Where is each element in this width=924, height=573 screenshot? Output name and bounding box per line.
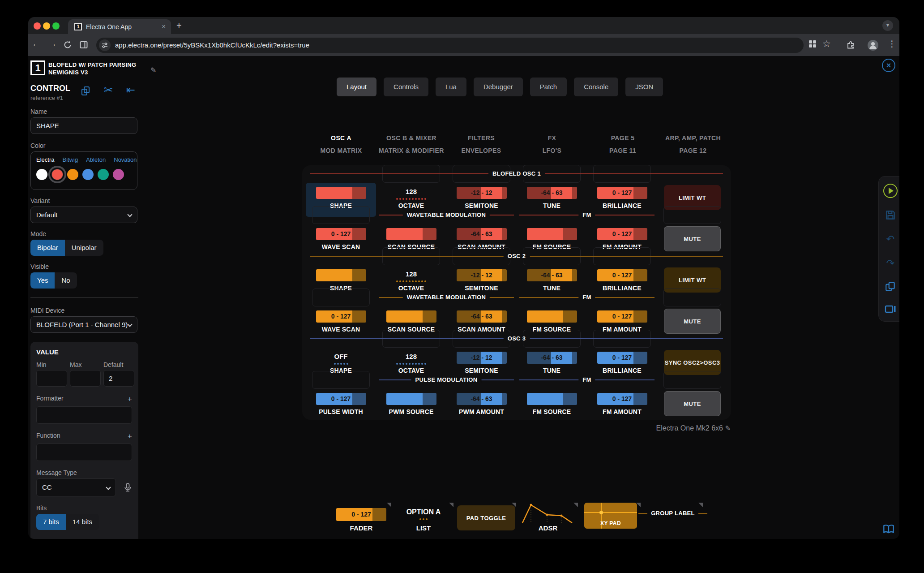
page-tab-matrix-modifier[interactable]: MATRIX & MODIFIER: [379, 147, 444, 154]
fader-bar[interactable]: 0 - 127: [597, 310, 647, 323]
nav-tab-patch[interactable]: Patch: [530, 78, 567, 96]
tab-search-button[interactable]: ▾: [882, 20, 893, 31]
control-brilliance[interactable]: 0 - 127BRILLIANCE: [587, 187, 657, 215]
max-input[interactable]: [70, 370, 101, 387]
edit-device-icon[interactable]: ✎: [725, 424, 731, 432]
mode-option-bipolar[interactable]: Bipolar: [30, 240, 65, 256]
docs-button[interactable]: [882, 524, 895, 536]
fader-bar[interactable]: -12 - 12: [457, 187, 507, 199]
extensions-icon[interactable]: [846, 39, 856, 49]
site-settings-icon[interactable]: [99, 39, 111, 51]
color-tab-ableton[interactable]: Ableton: [86, 156, 106, 163]
fader-bar[interactable]: [316, 187, 366, 199]
color-tab-novation[interactable]: Novation: [114, 156, 137, 163]
run-preset-button[interactable]: [882, 183, 898, 199]
palette-list[interactable]: OPTION ALIST: [394, 504, 453, 532]
fader-bar[interactable]: [386, 310, 436, 323]
page-tab-arp-amp-patch[interactable]: ARP, AMP, PATCH: [665, 134, 721, 142]
minimize-window-button[interactable]: [43, 22, 50, 30]
close-editor-button[interactable]: ×: [882, 59, 895, 72]
control-wave-scan[interactable]: 0 - 127WAVE SCAN: [306, 228, 376, 257]
fader-bar[interactable]: 0 - 127: [316, 310, 366, 323]
cut-icon[interactable]: ✂: [104, 84, 113, 96]
tab-groups-icon[interactable]: [808, 39, 817, 48]
edit-preset-icon[interactable]: ✎: [150, 66, 156, 74]
fader-bar[interactable]: 0 - 127: [597, 187, 647, 199]
swatch-teal[interactable]: [98, 169, 109, 180]
bookmark-star-icon[interactable]: ☆: [822, 39, 831, 49]
fader-bar[interactable]: [527, 310, 577, 323]
fader-bar[interactable]: -12 - 12: [457, 352, 507, 364]
bits-option-14-bits[interactable]: 14 bits: [66, 514, 99, 530]
palette-pad-toggle[interactable]: PAD TOGGLE: [456, 504, 516, 532]
new-tab-button[interactable]: +: [176, 21, 182, 31]
back-icon[interactable]: ←: [32, 39, 40, 49]
undo-icon[interactable]: ↶: [882, 231, 898, 247]
page-tab-page-12[interactable]: PAGE 12: [680, 147, 707, 154]
fader-bar[interactable]: -12 - 12: [457, 269, 507, 281]
min-input[interactable]: [36, 370, 67, 387]
control-wave-scan[interactable]: 0 - 127WAVE SCAN: [306, 310, 376, 339]
color-tab-bitwig[interactable]: Bitwig: [62, 156, 78, 163]
control-tune[interactable]: -64 - 63TUNE: [517, 269, 587, 298]
nav-tab-layout[interactable]: Layout: [337, 78, 376, 96]
fader-bar[interactable]: [527, 393, 577, 405]
redo-icon[interactable]: ↷: [882, 255, 898, 271]
control-fm-source[interactable]: FM SOURCE: [517, 393, 587, 422]
fader-bar[interactable]: -64 - 63: [457, 310, 507, 323]
control-pwm-source[interactable]: PWM SOURCE: [376, 393, 446, 422]
page-tab-lfo-s[interactable]: LFO'S: [543, 147, 562, 154]
tab-close-icon[interactable]: ×: [162, 22, 166, 30]
microphone-icon[interactable]: [123, 483, 133, 492]
page-tab-mod-matrix[interactable]: MOD MATRIX: [320, 147, 362, 154]
pad-toggle-button[interactable]: PAD TOGGLE: [457, 505, 515, 530]
url-bar[interactable]: app.electra.one/preset/5yBSKx1Xb0hkCfUcK…: [96, 38, 804, 53]
add-formatter-button[interactable]: +: [128, 395, 132, 404]
control-pulse-width[interactable]: 0 - 127PULSE WIDTH: [306, 393, 376, 422]
bookmark-sidebar-icon[interactable]: [79, 40, 88, 49]
swatch-white[interactable]: [36, 169, 47, 180]
nav-tab-lua[interactable]: Lua: [436, 78, 466, 96]
formatter-input[interactable]: [36, 406, 132, 424]
zoom-window-button[interactable]: [52, 22, 60, 30]
nav-tab-json[interactable]: JSON: [625, 78, 663, 96]
page-tab-fx[interactable]: FX: [548, 134, 556, 142]
browser-tab[interactable]: 1 Electra One App ×: [68, 19, 171, 34]
close-window-button[interactable]: [34, 22, 41, 30]
palette-group-label[interactable]: GROUP LABEL: [643, 504, 703, 532]
control-tune[interactable]: -64 - 63TUNE: [517, 352, 587, 380]
device-button-mute[interactable]: MUTE: [664, 391, 721, 416]
nav-tab-controls[interactable]: Controls: [384, 78, 428, 96]
toggle-panel-button[interactable]: [882, 301, 898, 317]
swatch-blue[interactable]: [82, 169, 94, 180]
fader-bar[interactable]: [527, 228, 577, 240]
bits-option-7-bits[interactable]: 7 bits: [36, 514, 66, 530]
fader-bar[interactable]: -64 - 63: [527, 352, 577, 364]
fader-bar[interactable]: -64 - 63: [527, 269, 577, 281]
mode-option-unipolar[interactable]: Unipolar: [65, 240, 103, 256]
fader-bar[interactable]: -64 - 63: [527, 187, 577, 199]
swatch-magenta[interactable]: [113, 169, 124, 180]
name-input[interactable]: SHAPE: [30, 117, 137, 134]
fader-bar[interactable]: [316, 269, 366, 281]
paste-button[interactable]: [882, 279, 898, 295]
reload-icon[interactable]: [63, 40, 72, 49]
fader-bar[interactable]: 0 - 127: [597, 352, 647, 364]
fader-bar[interactable]: 0 - 127: [316, 228, 366, 240]
palette-adsr[interactable]: ADSR: [518, 504, 578, 532]
collapse-panel-icon[interactable]: ⇤: [126, 84, 135, 96]
swatch-orange[interactable]: [67, 169, 78, 180]
copy-icon[interactable]: [80, 86, 91, 96]
midi-device-select[interactable]: BLOFELD (Port 1 - Channel 9): [30, 316, 137, 333]
page-tab-osc-a[interactable]: OSC A: [331, 134, 351, 142]
function-input[interactable]: [36, 444, 132, 461]
page-tab-page-11[interactable]: PAGE 11: [609, 147, 636, 154]
control-pwm-amount[interactable]: -64 - 63PWM AMOUNT: [446, 393, 517, 422]
color-tab-electra[interactable]: Electra: [36, 156, 54, 163]
page-tab-filters[interactable]: FILTERS: [468, 134, 495, 142]
palette-fader[interactable]: 0 - 127FADER: [331, 504, 391, 532]
default-input[interactable]: 2: [103, 370, 134, 387]
add-function-button[interactable]: +: [128, 432, 132, 441]
forward-icon[interactable]: →: [48, 39, 57, 49]
fader-bar[interactable]: [386, 393, 436, 405]
